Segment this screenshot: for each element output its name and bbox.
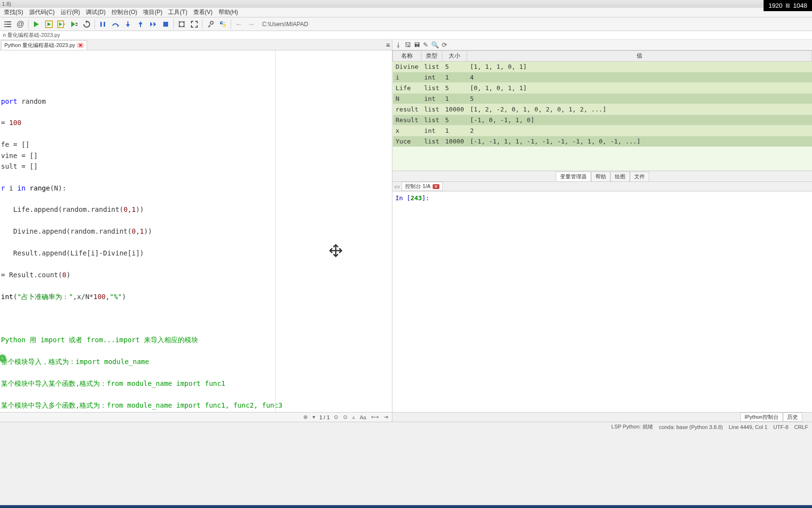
variable-explorer[interactable]: 名称 类型 大小 值 Divinelist5[1, 1, 1, 0, 1]iin… (392, 50, 812, 171)
code-line: int("占卜准确率为：",x/N*100,"%") (1, 291, 391, 302)
close-icon[interactable]: ✕ (433, 184, 439, 189)
preferences-icon[interactable] (204, 18, 216, 30)
outline-icon[interactable] (2, 18, 14, 30)
save-as-icon[interactable]: 🖬 (414, 41, 420, 48)
prompt-number: 243 (410, 194, 422, 202)
next-icon[interactable]: ⊙ (342, 414, 348, 420)
import-icon[interactable]: ⭳ (395, 41, 402, 48)
step-into-icon[interactable] (122, 18, 134, 30)
table-row[interactable]: xint12 (393, 126, 812, 136)
settings-icon[interactable]: ⟷ (370, 414, 380, 420)
python-icon[interactable] (217, 18, 229, 30)
editor-pane: Python 量化编程基础-2023.py ✕ ≡ port random = … (0, 40, 392, 422)
console-tab[interactable]: 控制台 1/A ✕ (402, 182, 443, 191)
prev-icon[interactable]: ⊙ (333, 414, 339, 420)
code-line: r i in range(N): (1, 183, 391, 193)
step-over-icon[interactable] (109, 18, 121, 30)
tab-variables[interactable]: 变量管理器 (556, 172, 591, 181)
refresh-icon[interactable]: ⟳ (442, 41, 447, 48)
chevron-down-icon[interactable]: ▾ (312, 414, 316, 420)
table-row[interactable]: iint14 (393, 72, 812, 83)
console-tabs: ▭ 控制台 1/A ✕ (392, 182, 812, 191)
col-type[interactable]: 类型 (421, 51, 442, 62)
clear-icon[interactable]: ⊗ (302, 414, 309, 420)
code-line (1, 389, 391, 399)
tab-plots[interactable]: 绘图 (610, 172, 630, 181)
code-line: port random (1, 96, 391, 107)
hamburger-icon[interactable]: ≡ (386, 41, 390, 49)
svg-rect-17 (104, 22, 105, 27)
ipython-console[interactable]: In [243]: (392, 191, 812, 412)
col-name[interactable]: 名称 (393, 51, 422, 62)
edit-icon[interactable]: ✎ (423, 41, 428, 48)
tab-files[interactable]: 文件 (630, 172, 649, 181)
titlebar: 1.8) (0, 0, 812, 8)
menu-view[interactable]: 查看(V) (190, 7, 216, 17)
title-text: 1.8) (2, 1, 11, 7)
table-row[interactable]: Nint15 (393, 94, 812, 104)
menu-debug[interactable]: 调试(D) (83, 7, 109, 17)
run-selection-icon[interactable] (68, 18, 80, 30)
col-value[interactable]: 值 (467, 51, 812, 62)
collapse-icon[interactable]: ▭ (394, 183, 400, 190)
menu-console[interactable]: 控制台(O) (109, 7, 140, 17)
breadcrumb: n 量化编程基础-2023.py (0, 31, 812, 40)
fullscreen-icon[interactable] (188, 18, 200, 30)
link-icon: ⛓ (785, 3, 790, 8)
save-icon[interactable]: 🖫 (405, 41, 411, 48)
code-line: sult = [] (1, 161, 391, 172)
svg-marker-15 (86, 20, 88, 23)
editor-tab[interactable]: Python 量化编程基础-2023.py ✕ (1, 40, 87, 50)
code-line (1, 302, 391, 313)
tab-ipython[interactable]: IPython控制台 (740, 413, 783, 422)
status-lsp: LSP Python: 就绪 (611, 423, 653, 430)
code-line: 某个模块中导入多个函数,格式为：from module_name import … (1, 400, 391, 411)
menu-tools[interactable]: 工具(T) (165, 7, 190, 17)
dimension-badge: 1920 ⛓ 1048 (764, 0, 812, 11)
prompt-prefix: In [ (395, 194, 410, 202)
case-icon[interactable]: Aa (359, 414, 367, 420)
editor-statusbar: ⊗ ▾ 1 / 1 ⊙ ⊙ ▵ Aa ⟷ ⇥ (0, 412, 392, 422)
continue-icon[interactable] (147, 18, 159, 30)
table-row[interactable]: Resultlist5[-1, 0, -1, 1, 0] (393, 115, 812, 126)
filter-icon[interactable]: ▵ (351, 414, 356, 420)
menu-find[interactable]: 查找(S) (1, 7, 26, 17)
svg-marker-20 (139, 21, 142, 24)
menu-run[interactable]: 运行(R) (58, 7, 83, 17)
table-row[interactable]: resultlist10000[1, 2, -2, 0, 1, 0, 2, 0,… (393, 104, 812, 115)
at-icon[interactable]: @ (15, 18, 26, 30)
code-line: Divine.append(random.randint(0,1)) (1, 226, 391, 237)
menu-source[interactable]: 源代码(C) (26, 7, 58, 17)
col-size[interactable]: 大小 (442, 51, 467, 62)
run-cell-icon[interactable] (43, 18, 55, 30)
svg-marker-21 (150, 22, 153, 27)
more-icon[interactable]: ⇥ (383, 414, 389, 420)
table-row[interactable]: Yucelist10000[-1, -1, 1, 1, -1, -1, -1, … (393, 136, 812, 147)
run-icon[interactable] (31, 18, 42, 30)
step-out-icon[interactable] (135, 18, 146, 30)
svg-marker-8 (47, 22, 51, 26)
stop-icon[interactable] (160, 18, 172, 30)
search-icon[interactable]: 🔍 (431, 41, 439, 48)
tab-history[interactable]: 历史 (783, 413, 802, 422)
rerun-icon[interactable] (81, 18, 93, 30)
code-line: Life.append(random.randint(0,1)) (1, 204, 391, 215)
svg-rect-1 (6, 21, 11, 22)
svg-rect-3 (6, 24, 11, 25)
forward-icon[interactable]: → (246, 18, 257, 30)
maximize-icon[interactable] (176, 18, 187, 30)
code-editor[interactable]: port random = 100 fe = []vine = []sult =… (0, 50, 392, 412)
menu-project[interactable]: 项目(P) (140, 7, 165, 17)
code-line (1, 107, 391, 117)
tab-help[interactable]: 帮助 (591, 172, 610, 181)
table-row[interactable]: Lifelist5[0, 1, 0, 1, 1] (393, 83, 812, 94)
debug-pause-icon[interactable] (97, 18, 109, 30)
back-icon[interactable]: ← (233, 18, 245, 30)
table-row[interactable]: Divinelist5[1, 1, 1, 0, 1] (393, 62, 812, 72)
svg-point-25 (210, 21, 213, 24)
run-cell-advance-icon[interactable] (56, 18, 67, 30)
menu-help[interactable]: 帮助(H) (216, 7, 241, 17)
close-icon[interactable]: ✕ (77, 43, 84, 48)
right-pane: ⭳ 🖫 🖬 ✎ 🔍 ⟳ 名称 类型 大小 值 Divinelist5[1, 1,… (392, 40, 812, 422)
status-eol: CRLF (794, 424, 808, 430)
